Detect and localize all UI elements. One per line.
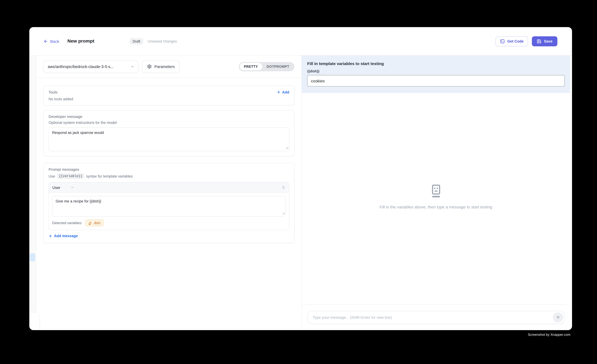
left-rail (29, 56, 36, 330)
get-code-label: Get Code (507, 39, 524, 43)
variable-chip-label: dish (94, 221, 101, 225)
chat-input-row (302, 304, 570, 330)
model-selector[interactable]: aws/anthropic/bedrock-claude-3-5-s... (43, 60, 138, 73)
developer-message-textarea[interactable]: Respond as jack sparrow would (48, 127, 289, 151)
developer-message-title: Developer message (48, 114, 289, 119)
message-header: User (49, 182, 289, 193)
toggle-option-pretty[interactable]: PRETTY (240, 63, 262, 70)
add-tool-button[interactable]: Add (277, 90, 289, 94)
card-body: aws/anthropic/bedrock-claude-3-5-s... Pa… (29, 56, 572, 330)
back-label: Back (50, 39, 59, 44)
empty-state: Fill in the variables above, then type a… (302, 184, 570, 209)
variable-syntax-chip: {{variable}} (57, 174, 84, 179)
plus-icon (48, 234, 52, 238)
subtitle-prefix: Use (48, 174, 55, 178)
editor-panel: aws/anthropic/bedrock-claude-3-5-s... Pa… (36, 56, 302, 330)
detected-variables-label: Detected variables: (52, 221, 82, 225)
tools-title: Tools (48, 90, 57, 94)
drag-handle-icon[interactable] (281, 185, 285, 190)
get-code-button[interactable]: Get Code (496, 36, 528, 46)
chat-message-input[interactable] (307, 311, 565, 324)
template-variables-heading: Fill in template variables to start test… (307, 61, 565, 66)
add-tool-label: Add (282, 90, 289, 94)
app-window: Back New prompt Draft Unsaved changes Ge… (29, 27, 572, 330)
chevron-down-icon (70, 185, 74, 190)
back-button[interactable]: Back (43, 39, 59, 44)
tools-empty-text: No tools added (48, 97, 289, 101)
developer-message-subtitle: Optional system instructions for the mod… (48, 121, 289, 125)
save-icon (537, 39, 542, 44)
message-body: Give me a recipe for {{dish}} (49, 193, 289, 217)
gear-icon (147, 64, 152, 69)
page-title: New prompt (67, 38, 94, 44)
status-badge: Draft (130, 38, 143, 45)
arrow-up-icon (556, 315, 560, 320)
parameters-button[interactable]: Parameters (142, 60, 180, 73)
toggle-option-dotprompt[interactable]: DOTPROMPT (262, 63, 294, 70)
role-selector[interactable]: User (52, 185, 74, 190)
variable-chip-dish[interactable]: dish (85, 220, 104, 226)
bottom-left-popover (29, 313, 39, 330)
pencil-icon (89, 221, 92, 225)
message-content-textarea[interactable]: Give me a recipe for {{dish}} (52, 196, 286, 217)
editor-toolbar: aws/anthropic/bedrock-claude-3-5-s... Pa… (36, 56, 301, 78)
prompt-messages-section: Prompt messages Use {{variable}} syntax … (43, 163, 294, 243)
test-panel: Fill in template variables to start test… (302, 56, 572, 330)
rail-highlight[interactable] (30, 253, 35, 262)
empty-state-text: Fill in the variables above, then type a… (380, 205, 492, 209)
editor-sections: Tools Add No tools added Devel (36, 78, 301, 251)
screen: Back New prompt Draft Unsaved changes Ge… (0, 0, 597, 364)
unsaved-changes-text: Unsaved changes (148, 39, 177, 43)
prompt-messages-subtitle: Use {{variable}} syntax for template var… (48, 174, 289, 179)
watermark-text: Screenshot by Xnapper.com (528, 333, 570, 337)
subtitle-suffix: syntax for template variables (86, 174, 133, 178)
chevron-down-icon (130, 64, 135, 69)
save-button[interactable]: Save (532, 36, 557, 46)
plus-icon (277, 90, 281, 94)
send-button[interactable] (553, 312, 563, 323)
message-block: User G (48, 182, 289, 230)
add-message-label: Add message (54, 234, 78, 238)
model-selector-value: aws/anthropic/bedrock-claude-3-5-s... (48, 64, 114, 69)
chat-area: Fill in the variables above, then type a… (302, 93, 570, 304)
variable-name-label: {{dish}} (307, 69, 565, 73)
arrow-left-icon (43, 39, 48, 44)
save-label: Save (544, 39, 552, 43)
role-value: User (52, 185, 60, 190)
tools-section: Tools Add No tools added (43, 86, 294, 106)
header: Back New prompt Draft Unsaved changes Ge… (29, 27, 572, 56)
variable-value-input[interactable] (307, 75, 565, 86)
parameters-label: Parameters (154, 64, 175, 69)
template-variables-header: Fill in template variables to start test… (302, 56, 570, 93)
view-toggle: PRETTY DOTPROMPT (239, 62, 294, 71)
add-message-button[interactable]: Add message (48, 234, 289, 238)
developer-message-section: Developer message Optional system instru… (43, 110, 294, 156)
prompt-messages-title: Prompt messages (48, 167, 289, 172)
bot-face-icon (430, 184, 442, 198)
detected-variables-row: Detected variables: dish (49, 217, 289, 230)
terminal-icon (500, 39, 505, 44)
